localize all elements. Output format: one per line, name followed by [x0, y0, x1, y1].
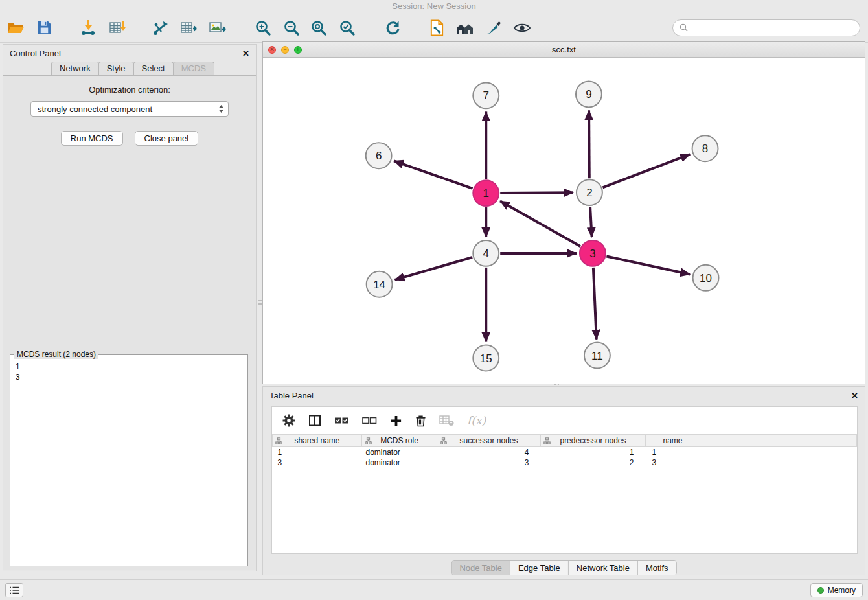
graph-node-4[interactable]: 4 [473, 240, 499, 266]
criterion-select[interactable]: strongly connected component [30, 101, 229, 117]
zoom-out-icon[interactable] [280, 16, 303, 40]
import-network-icon[interactable] [76, 16, 100, 40]
export-image-icon[interactable] [206, 16, 229, 40]
task-history-button[interactable] [5, 583, 23, 597]
save-session-icon[interactable] [32, 16, 56, 40]
show-all-networks-icon[interactable] [453, 16, 477, 40]
graph-edge-2-3[interactable] [590, 207, 591, 237]
cell-shared_name[interactable]: 1 [273, 447, 362, 457]
select-all-icon[interactable] [334, 415, 349, 426]
graph-edge-1-2[interactable] [500, 192, 573, 193]
graph-node-10[interactable]: 10 [693, 265, 719, 291]
node-table: shared name MCDS role successor nodes pr… [272, 434, 857, 468]
graph-edge-2-8[interactable] [602, 154, 690, 187]
criterion-select-value: strongly connected component [38, 104, 218, 114]
search-box[interactable] [672, 19, 860, 36]
close-table-panel-icon[interactable]: ✕ [851, 393, 858, 398]
table-row[interactable]: 3dominator323 [273, 457, 857, 468]
graph-node-6[interactable]: 6 [366, 143, 392, 168]
graph-node-9[interactable]: 9 [576, 81, 602, 107]
graph-node-15[interactable]: 15 [473, 345, 499, 371]
column-header-successor-nodes[interactable]: successor nodes [437, 435, 541, 447]
cell-successor_nodes[interactable]: 4 [437, 447, 541, 457]
open-session-icon[interactable] [4, 16, 27, 40]
graph-node-7[interactable]: 7 [473, 82, 499, 108]
cell-successor_nodes[interactable]: 3 [437, 457, 541, 468]
network-canvas[interactable]: 7968124314101511 [263, 58, 865, 384]
graph-edge-3-11[interactable] [593, 268, 597, 340]
graph-node-label: 14 [373, 279, 385, 291]
graph-node-label: 2 [586, 187, 592, 199]
add-row-icon[interactable] [390, 415, 402, 427]
zoom-selected-icon[interactable] [336, 16, 359, 40]
cell-predecessor_nodes[interactable]: 1 [541, 447, 646, 457]
network-window-titlebar[interactable]: scc.txt ✕ − + [263, 42, 865, 58]
graph-node-label: 6 [376, 150, 382, 162]
table-settings-icon[interactable] [282, 414, 295, 427]
cell-filler [700, 457, 857, 468]
memory-label: Memory [828, 586, 856, 595]
graph-edge-3-1[interactable] [500, 201, 580, 246]
show-hide-panel-icon[interactable] [510, 16, 534, 40]
delete-row-icon[interactable] [415, 414, 426, 427]
graph-node-1[interactable]: 1 [473, 180, 499, 206]
column-header-shared-name[interactable]: shared name [273, 435, 362, 447]
import-table-icon[interactable] [106, 16, 130, 40]
graph-node-2[interactable]: 2 [577, 179, 602, 205]
graph-node-label: 7 [483, 89, 489, 102]
float-table-panel-icon[interactable] [838, 393, 843, 398]
close-panel-icon[interactable]: ✕ [242, 51, 249, 56]
zoom-in-icon[interactable] [251, 16, 275, 40]
delete-table-icon[interactable] [439, 415, 454, 426]
column-header-mcds-role[interactable]: MCDS role [362, 435, 437, 447]
tab-select[interactable]: Select [133, 62, 174, 75]
show-columns-icon[interactable] [308, 414, 321, 427]
table-toolbar: f(x) [272, 407, 857, 434]
close-panel-button[interactable]: Close panel [135, 131, 199, 146]
network-graph[interactable]: 7968124314101511 [263, 58, 865, 384]
tab-mcds[interactable]: MCDS [173, 62, 214, 75]
column-type-icon [275, 437, 282, 446]
search-input[interactable] [692, 23, 853, 32]
table-row[interactable]: 1dominator411 [273, 447, 857, 457]
vertical-splitter-handle[interactable] [258, 298, 262, 312]
export-table-icon[interactable] [177, 16, 201, 40]
tab-edge-table[interactable]: Edge Table [510, 561, 569, 575]
run-mcds-button[interactable]: Run MCDS [61, 131, 123, 146]
function-builder-icon[interactable]: f(x) [467, 414, 486, 427]
cell-shared_name[interactable]: 3 [273, 457, 362, 468]
tab-network[interactable]: Network [51, 62, 99, 75]
tab-motifs[interactable]: Motifs [638, 561, 676, 575]
new-network-from-selection-icon[interactable] [425, 16, 448, 40]
optimization-criterion-label: Optimization criterion: [3, 85, 256, 95]
graph-edge-2-9[interactable] [589, 110, 589, 178]
graph-edge-1-6[interactable] [394, 161, 472, 188]
cell-name[interactable]: 3 [646, 457, 700, 468]
graph-node-3[interactable]: 3 [580, 240, 606, 266]
tab-network-table[interactable]: Network Table [569, 561, 638, 575]
memory-button[interactable]: Memory [810, 583, 863, 597]
cell-predecessor_nodes[interactable]: 2 [541, 457, 646, 468]
graph-node-8[interactable]: 8 [692, 135, 718, 161]
tab-node-table[interactable]: Node Table [451, 561, 510, 575]
graph-node-11[interactable]: 11 [584, 343, 610, 369]
graph-node-14[interactable]: 14 [367, 271, 393, 297]
tab-style[interactable]: Style [98, 62, 134, 75]
cell-mcds_role[interactable]: dominator [362, 447, 437, 457]
zoom-fit-icon[interactable] [307, 16, 330, 40]
graph-edge-3-10[interactable] [606, 257, 690, 275]
cell-name[interactable]: 1 [646, 447, 700, 457]
node-table-area: f(x) shared name MCDS role [271, 406, 858, 554]
float-panel-icon[interactable] [229, 51, 234, 56]
cell-mcds_role[interactable]: dominator [362, 457, 437, 468]
control-panel: Control Panel ✕ Network Style Select MCD… [3, 44, 257, 571]
column-header-name[interactable]: name [646, 435, 700, 447]
graph-edge-4-14[interactable] [395, 257, 473, 280]
result-line: 3 [16, 372, 242, 382]
column-header-predecessor-nodes[interactable]: predecessor nodes [541, 435, 646, 447]
first-neighbors-icon[interactable] [149, 16, 172, 40]
apply-layout-icon[interactable] [381, 16, 404, 40]
apply-style-icon[interactable] [482, 16, 505, 40]
graph-node-label: 3 [589, 248, 595, 260]
deselect-all-icon[interactable] [362, 415, 377, 426]
